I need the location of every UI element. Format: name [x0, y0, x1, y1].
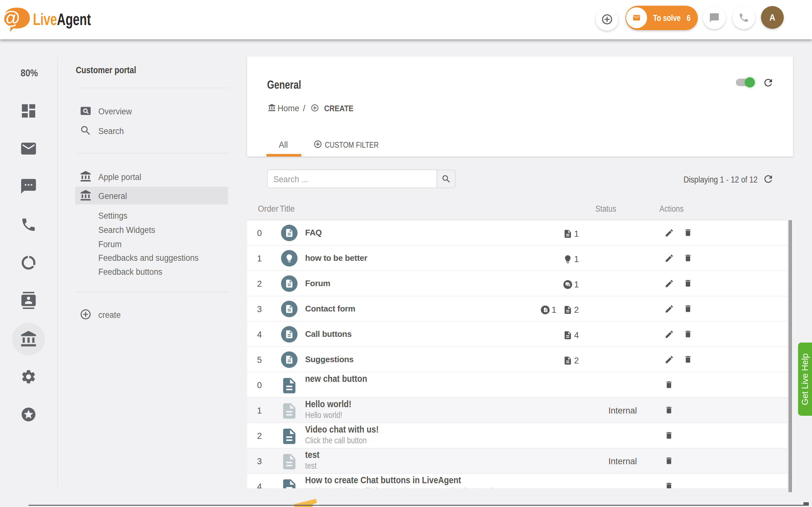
svg-text:@: @ [3, 7, 20, 28]
